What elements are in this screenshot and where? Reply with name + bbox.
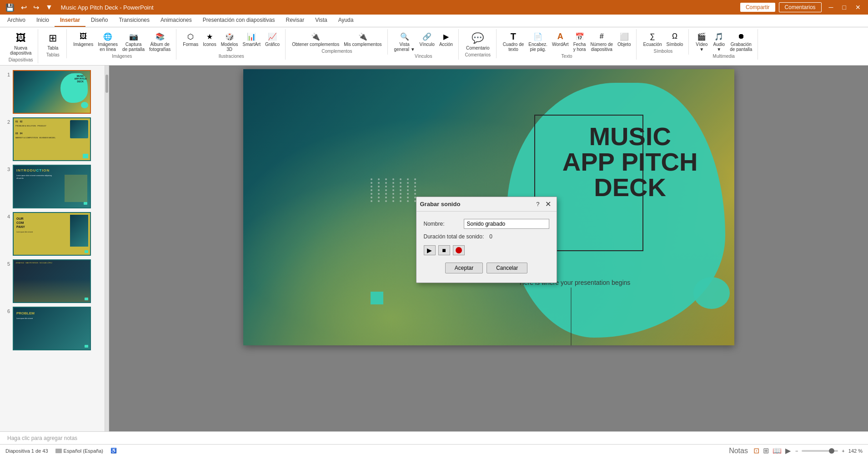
tab-transiciones[interactable]: Transiciones [113,14,155,27]
dialog-help-button[interactable]: ? [534,201,541,207]
normal-view-button[interactable]: ⊡ [753,445,760,455]
dialog-body: Nombre: Duración total de sonido: 0 ▶ ■ [416,212,557,283]
tab-insertar[interactable]: Insertar [55,14,85,27]
tabla-button[interactable]: ⊞ Tabla [43,30,63,51]
imagenes-online-button[interactable]: 🌐 Imágenesen línea [96,30,120,53]
slide-img-2[interactable]: 01 02 PROBLEM & SOLUTION PRODUCT 03 04 M… [13,117,91,161]
slide-img-4[interactable]: OURCOMPANY Lorem ipsum dolor sit amet [13,212,91,256]
grafico-button[interactable]: 📈 Gráfico [263,30,281,48]
record-button[interactable] [453,245,465,255]
vista-general-button[interactable]: 🔍 Vistageneral ▼ [392,30,417,53]
tab-ayuda[interactable]: Ayuda [333,14,359,27]
tab-presentacion[interactable]: Presentación con diapositivas [197,14,281,27]
smartart-icon: 📊 [246,31,257,42]
dialog-aceptar-button[interactable]: Aceptar [445,263,483,273]
play-button[interactable]: ▶ [424,245,436,255]
mis-complementos-icon: 🔌 [357,31,368,42]
album-button[interactable]: 📚 Álbum defotografías [147,30,172,53]
notes-bar[interactable]: Haga clic para agregar notas [0,431,868,444]
ribbon-group-items-ilustraciones: ⬡ Formas ★ Iconos 🎲 Modelos3D 📊 SmartArt… [181,30,281,53]
cuadro-texto-button[interactable]: T Cuadro detexto [501,30,526,53]
accessibility-icon[interactable]: ♿ [110,448,117,454]
wordart-label: WordArt [552,42,569,47]
tab-animaciones[interactable]: Animaciones [155,14,197,27]
reading-view-button[interactable]: 📖 [772,445,783,455]
maximize-button[interactable]: □ [839,3,850,12]
slide-img-5[interactable]: JUNIA RUIZ IVAN PETERSON NICOLÁS LÓPEZ [13,259,91,303]
stop-button[interactable]: ■ [438,245,450,255]
save-icon[interactable]: 💾 [4,2,16,13]
accion-button[interactable]: ▶ Acción [437,30,455,48]
zoom-slider-thumb[interactable] [829,448,834,454]
notes-view-button[interactable]: Notas [728,446,749,455]
ribbon-group-items-imagenes: 🖼 Imágenes 🌐 Imágenesen línea 📷 Capturad… [71,30,172,53]
ecuacion-button[interactable]: ∑ Ecuación [641,30,663,48]
minimize-button[interactable]: ─ [825,3,837,12]
wordart-button[interactable]: A WordArt [550,30,571,48]
video-button[interactable]: 🎬 Vídeo▼ [693,30,710,53]
objeto-button[interactable]: ⬜ Objeto [616,30,632,48]
encabez-button[interactable]: 📄 Encabez.pie pág. [527,30,549,53]
comentario-button[interactable]: 💬 Comentario [463,30,492,51]
slide-panel-scrollbar-thumb[interactable] [105,75,108,93]
fecha-hora-button[interactable]: 📅 Fechay hora [572,30,588,53]
slide-thumb-1[interactable]: 1 MUSICAPP PITCHDECK [2,69,103,115]
obtener-complementos-button[interactable]: 🔌 Obtener complementos [290,30,341,48]
slide-img-6[interactable]: PROBLEM Lorem ipsum dolor sit amet [13,307,91,350]
mis-complementos-button[interactable]: 🔌 Mis complementos [342,30,383,48]
grabacion-pantalla-button[interactable]: ⏺ Grabaciónde pantalla [728,30,754,53]
imagenes-online-label: Imágenesen línea [98,42,118,52]
slide-thumb-3[interactable]: 3 INTRODUCTION Lorem ipsum dolor sit ame… [2,164,103,209]
simbolo-button[interactable]: Ω Símbolo [665,30,685,48]
notes-placeholder[interactable]: Haga clic para agregar notas [7,435,77,441]
slide-sorter-button[interactable]: ⊞ [762,445,770,455]
vinculo-button[interactable]: 🔗 Vínculo [418,30,437,48]
tab-diseno[interactable]: Diseño [85,14,113,27]
zoom-slider[interactable] [802,450,838,452]
comments-button[interactable]: Comentarios [779,2,822,12]
tab-inicio[interactable]: Inicio [31,14,55,27]
zoom-out-button[interactable]: − [795,448,798,454]
captura-label: Capturade pantalla [122,42,145,52]
ribbon-group-items-complementos: 🔌 Obtener complementos 🔌 Mis complemento… [290,30,383,48]
audio-button[interactable]: 🎵 Audio▼ [711,30,727,53]
numero-diapositiva-button[interactable]: # Número dediapositiva [589,30,615,53]
formas-button[interactable]: ⬡ Formas [181,30,200,48]
slide-thumb-6[interactable]: 6 PROBLEM Lorem ipsum dolor sit amet [2,306,103,351]
ecuacion-icon: ∑ [647,31,658,42]
zoom-level[interactable]: 142 % [848,448,863,454]
close-button[interactable]: ✕ [852,3,864,12]
obtener-complementos-label: Obtener complementos [292,42,339,47]
smartart-button[interactable]: 📊 SmartArt [241,30,262,48]
vista-general-label: Vistageneral ▼ [394,42,415,52]
ribbon-group-items-vinculos: 🔍 Vistageneral ▼ 🔗 Vínculo ▶ Acción [392,30,455,53]
dialog-nombre-input[interactable] [464,219,549,229]
share-button[interactable]: Compartir [740,3,775,12]
customize-qat-icon[interactable]: ▼ [44,2,55,12]
slide-img-3[interactable]: INTRODUCTION Lorem ipsum dolor sit amet … [13,165,91,208]
iconos-button[interactable]: ★ Iconos [201,30,218,48]
redo-icon[interactable]: ↪ [31,2,41,13]
modelos3d-icon: 🎲 [224,31,235,42]
slide-img-1[interactable]: MUSICAPP PITCHDECK [13,70,91,114]
dialog-close-button[interactable]: ✕ [543,200,553,208]
imagenes-button[interactable]: 🖼 Imágenes [71,30,95,48]
undo-icon[interactable]: ↩ [19,2,29,13]
modelos3d-button[interactable]: 🎲 Modelos3D [219,30,240,53]
slideshow-button[interactable]: ▶ [784,445,792,455]
slide-thumb-5[interactable]: 5 JUNIA RUIZ IVAN PETERSON NICOLÁS LÓPEZ [2,258,103,304]
slide-canvas[interactable]: MUSIC APP PITCH DECK Here is where your … [243,69,734,345]
dialog-cancelar-button[interactable]: Cancelar [487,263,527,273]
tab-archivo[interactable]: Archivo [2,14,31,27]
tab-vista[interactable]: Vista [310,14,332,27]
slide-panel-scrollbar[interactable] [105,66,109,431]
cuadro-texto-icon: T [508,31,519,42]
captura-button[interactable]: 📷 Capturade pantalla [120,30,146,53]
tab-revisar[interactable]: Revisar [280,14,310,27]
slide-thumb-4[interactable]: 4 OURCOMPANY Lorem ipsum dolor sit amet [2,211,103,257]
zoom-in-button[interactable]: + [842,448,844,454]
nueva-diapositiva-button[interactable]: 🖼 Nuevadiapositiva [7,30,34,56]
slide-thumb-2[interactable]: 2 01 02 PROBLEM & SOLUTION PRODUCT 03 04… [2,116,103,162]
status-left: Diapositiva 1 de 43 Español (España) ♿ [5,448,117,454]
ribbon-group-ilustraciones: ⬡ Formas ★ Iconos 🎲 Modelos3D 📊 SmartArt… [177,29,286,60]
